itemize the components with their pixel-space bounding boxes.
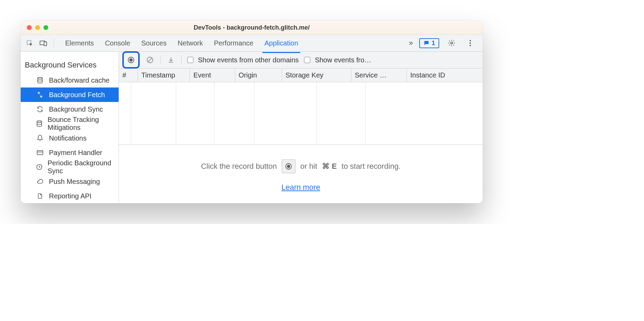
empty-state: Click the record button or hit ⌘ E to st…	[119, 145, 483, 203]
sidebar-item-background-fetch[interactable]: Background Fetch	[21, 87, 119, 102]
checkbox-input[interactable]	[304, 57, 310, 63]
separator	[160, 55, 161, 64]
panel-toolbar: Show events from other domains Show even…	[119, 52, 483, 69]
tab-elements[interactable]: Elements	[64, 37, 94, 50]
empty-hint-shortcut: ⌘ E	[322, 162, 337, 171]
column-header[interactable]: Timestamp	[138, 69, 190, 82]
svg-point-7	[38, 77, 42, 79]
checkbox-input[interactable]	[187, 57, 193, 63]
background-fetch-panel: Show events from other domains Show even…	[119, 52, 483, 203]
record-icon	[282, 159, 295, 173]
sidebar-item-label: Notifications	[49, 134, 87, 142]
column-body	[317, 82, 365, 144]
tab-performance[interactable]: Performance	[213, 37, 254, 50]
record-button-highlight	[122, 51, 140, 69]
file-icon	[36, 193, 44, 199]
empty-hint-post-suffix: to start recording.	[342, 162, 401, 171]
column-header[interactable]: Instance ID	[407, 69, 483, 82]
column-body	[119, 82, 131, 144]
bell-icon	[36, 135, 44, 142]
svg-point-17	[287, 165, 290, 168]
sync-icon	[36, 106, 44, 113]
column-body	[131, 82, 176, 144]
sidebar-item-label: Bounce Tracking Mitigations	[48, 116, 114, 132]
sidebar-item-push-messaging[interactable]: Push Messaging	[21, 174, 119, 189]
tabstrip-right: » 1	[409, 37, 480, 49]
sidebar-item-back-forward-cache[interactable]: Back/forward cache	[21, 73, 119, 87]
chat-icon	[423, 40, 430, 46]
svg-rect-9	[37, 151, 43, 155]
svg-point-6	[470, 45, 471, 46]
sidebar-item-periodic-background-sync[interactable]: Periodic Background Sync	[21, 160, 119, 174]
separator	[54, 39, 54, 48]
titlebar: DevTools - background-fetch.glitch.me/	[21, 21, 483, 35]
minimize-window-button[interactable]	[35, 25, 40, 30]
column-body	[176, 82, 214, 144]
devtools-tabstrip: Elements Console Sources Network Perform…	[21, 35, 483, 52]
cloud-icon	[36, 178, 44, 185]
tab-sources[interactable]: Sources	[141, 37, 167, 50]
svg-point-5	[470, 42, 471, 44]
tab-console[interactable]: Console	[104, 37, 131, 50]
window-controls	[21, 25, 48, 30]
column-header[interactable]: Event	[190, 69, 235, 82]
clear-button[interactable]	[144, 54, 156, 66]
kebab-menu-icon[interactable]	[464, 37, 476, 49]
sidebar-item-reporting-api[interactable]: Reporting API	[21, 189, 119, 203]
sidebar-item-payment-handler[interactable]: Payment Handler	[21, 145, 119, 160]
device-toolbar-icon[interactable]	[37, 37, 50, 49]
card-icon	[36, 149, 44, 156]
column-body	[365, 82, 483, 144]
settings-gear-icon[interactable]	[445, 37, 458, 49]
panel-body: Background Services Back/forward cacheBa…	[21, 52, 483, 203]
devtools-window: DevTools - background-fetch.glitch.me/ E…	[21, 21, 483, 203]
svg-rect-2	[44, 42, 47, 46]
column-header[interactable]: #	[119, 69, 138, 82]
sidebar-item-notifications[interactable]: Notifications	[21, 131, 119, 145]
svg-point-3	[451, 42, 453, 44]
sidebar-section-title: Background Services	[21, 54, 119, 73]
tab-network[interactable]: Network	[177, 37, 203, 50]
zoom-window-button[interactable]	[43, 25, 48, 30]
checkbox-label: Show events fro…	[315, 56, 371, 64]
sidebar-item-label: Reporting API	[49, 192, 91, 200]
sidebar-item-label: Background Fetch	[49, 91, 105, 99]
database-icon	[36, 120, 43, 127]
svg-point-8	[37, 121, 41, 123]
learn-more-link[interactable]: Learn more	[281, 183, 320, 192]
sidebar-item-background-sync[interactable]: Background Sync	[21, 102, 119, 116]
sidebar-item-label: Background Sync	[49, 105, 103, 113]
window-title: DevTools - background-fetch.glitch.me/	[21, 24, 483, 31]
save-button[interactable]	[165, 54, 177, 66]
tab-application[interactable]: Application	[264, 37, 299, 50]
column-header[interactable]: Storage Key	[282, 69, 351, 82]
svg-line-15	[148, 58, 152, 62]
checkbox-label: Show events from other domains	[198, 56, 299, 64]
show-other-domains-checkbox[interactable]: Show events from other domains	[186, 56, 299, 64]
panel-tabs: Elements Console Sources Network Perform…	[58, 37, 407, 50]
sidebar-item-label: Back/forward cache	[49, 76, 110, 84]
sidebar-item-bounce-tracking-mitigations[interactable]: Bounce Tracking Mitigations	[21, 116, 119, 131]
events-table-body	[119, 82, 483, 145]
application-sidebar: Background Services Back/forward cacheBa…	[21, 52, 119, 203]
issues-count: 1	[432, 40, 435, 47]
fetch-icon	[36, 91, 44, 98]
issues-button[interactable]: 1	[419, 38, 439, 48]
column-header[interactable]: Service …	[351, 69, 407, 82]
sidebar-item-label: Payment Handler	[49, 149, 102, 157]
column-body	[214, 82, 254, 144]
events-table-header: #TimestampEventOriginStorage KeyService …	[119, 69, 483, 82]
database-icon	[36, 77, 44, 84]
inspect-element-icon[interactable]	[23, 37, 36, 49]
record-button[interactable]	[125, 54, 137, 66]
column-body	[254, 82, 317, 144]
svg-point-4	[470, 40, 471, 41]
show-other-checkbox-truncated[interactable]: Show events fro…	[303, 56, 371, 64]
sidebar-item-label: Periodic Background Sync	[48, 159, 114, 175]
more-tabs-chevron-icon[interactable]: »	[409, 39, 413, 48]
column-header[interactable]: Origin	[235, 69, 282, 82]
sidebar-items: Back/forward cacheBackground FetchBackgr…	[21, 73, 119, 203]
close-window-button[interactable]	[27, 25, 32, 30]
empty-hint-pre: Click the record button	[201, 162, 277, 171]
separator	[181, 55, 182, 64]
